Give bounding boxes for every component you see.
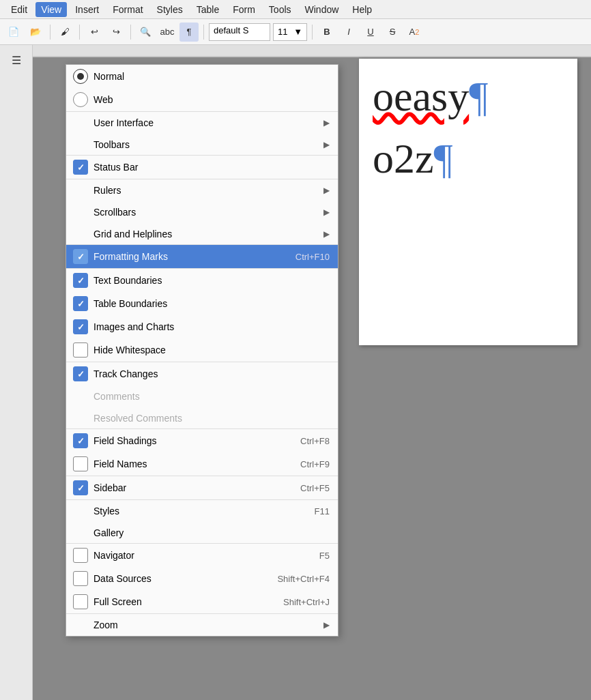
menu-item-zoom[interactable]: Zoom ▶ <box>66 614 338 636</box>
formatting-marks-button[interactable]: ¶ <box>179 23 199 42</box>
sidebar-shortcut: Ctrl+F5 <box>300 483 330 493</box>
menu-item-full-screen[interactable]: Full Screen Shift+Ctrl+J <box>66 590 338 614</box>
user-interface-arrow: ▶ <box>323 118 330 128</box>
scrollbars-arrow: ▶ <box>323 207 330 217</box>
menu-item-rulers[interactable]: Rulers ▶ <box>66 179 338 201</box>
menu-window[interactable]: Window <box>300 2 345 17</box>
navigator-check <box>73 548 88 563</box>
undo-button[interactable]: ↩ <box>85 23 104 42</box>
zoom-label: Zoom <box>93 619 321 630</box>
spellcheck-button[interactable]: abc <box>158 23 177 42</box>
toolbar-separator-2 <box>79 25 80 40</box>
menu-item-user-interface[interactable]: User Interface ▶ <box>66 112 338 134</box>
menu-item-text-boundaries[interactable]: Text Boundaries <box>66 269 338 292</box>
menu-edit[interactable]: Edit <box>5 2 33 17</box>
table-boundaries-check <box>73 296 88 311</box>
menu-item-sidebar[interactable]: Sidebar Ctrl+F5 <box>66 476 338 500</box>
menu-item-hide-whitespace[interactable]: Hide Whitespace <box>66 338 338 362</box>
menu-tools[interactable]: Tools <box>263 2 297 17</box>
field-names-shortcut: Ctrl+F9 <box>300 459 330 469</box>
menu-item-grid-helplines[interactable]: Grid and Helplines ▶ <box>66 223 338 245</box>
rulers-label: Rulers <box>93 185 321 196</box>
field-names-check <box>73 456 88 471</box>
find-button[interactable]: 🔍 <box>136 23 155 42</box>
bold-button[interactable]: B <box>317 23 336 42</box>
doc-line-2: o2z¶ <box>373 134 564 183</box>
menu-item-images-charts[interactable]: Images and Charts <box>66 315 338 338</box>
main-area: ☰ oeasy¶ o2z¶ Normal <box>0 45 591 700</box>
field-shadings-check <box>73 433 88 448</box>
redo-button[interactable]: ↪ <box>106 23 126 42</box>
gallery-label: Gallery <box>93 527 330 538</box>
formatting-marks-label: Formatting Marks <box>93 251 290 262</box>
pilcrow-2: ¶ <box>434 134 453 183</box>
web-label: Web <box>93 94 330 105</box>
paint-button[interactable]: 🖌 <box>55 23 74 42</box>
grid-helplines-label: Grid and Helplines <box>93 229 321 239</box>
menu-item-status-bar[interactable]: Status Bar <box>66 156 338 179</box>
toolbars-arrow: ▶ <box>323 140 330 149</box>
menu-item-normal[interactable]: Normal <box>66 65 338 88</box>
formatting-marks-shortcut: Ctrl+F10 <box>296 252 330 262</box>
ruler-svg <box>33 45 591 57</box>
new-button[interactable]: 📄 <box>4 23 23 42</box>
document-page: oeasy¶ o2z¶ <box>359 59 577 345</box>
full-screen-label: Full Screen <box>93 596 278 607</box>
scrollbars-label: Scrollbars <box>93 207 321 218</box>
menu-form[interactable]: Form <box>227 2 261 17</box>
font-size-input[interactable]: 11 ▼ <box>273 23 307 41</box>
menu-item-web[interactable]: Web <box>66 88 338 112</box>
font-name-input[interactable]: default S <box>209 23 270 41</box>
grid-helplines-arrow: ▶ <box>323 229 330 239</box>
text-boundaries-label: Text Boundaries <box>93 275 330 286</box>
strikethrough-button[interactable]: S <box>383 23 402 42</box>
menu-item-gallery[interactable]: Gallery <box>66 522 338 544</box>
ruler <box>33 45 591 57</box>
view-dropdown-menu: Normal Web User Interface ▶ Toolbars ▶ <box>66 64 338 637</box>
navigator-shortcut: F5 <box>319 551 330 561</box>
normal-radio <box>73 69 88 84</box>
font-size-dropdown-icon[interactable]: ▼ <box>293 27 302 37</box>
user-interface-label: User Interface <box>93 117 321 128</box>
menu-item-toolbars[interactable]: Toolbars ▶ <box>66 134 338 156</box>
menu-insert[interactable]: Insert <box>70 2 104 17</box>
styles-label: Styles <box>93 506 309 516</box>
field-shadings-shortcut: Ctrl+F8 <box>300 436 330 446</box>
menu-item-formatting-marks[interactable]: Formatting Marks Ctrl+F10 <box>66 245 338 269</box>
menu-help[interactable]: Help <box>347 2 377 17</box>
track-changes-check <box>73 366 88 381</box>
menu-item-scrollbars[interactable]: Scrollbars ▶ <box>66 201 338 223</box>
menu-item-field-shadings[interactable]: Field Shadings Ctrl+F8 <box>66 429 338 452</box>
open-button[interactable]: 📂 <box>26 23 45 42</box>
italic-button[interactable]: I <box>339 23 358 42</box>
superscript-button[interactable]: A2 <box>405 23 424 42</box>
doc-word-1: oeasy <box>373 72 469 121</box>
left-panel: ☰ <box>0 45 33 700</box>
data-sources-shortcut: Shift+Ctrl+F4 <box>277 574 330 584</box>
status-bar-label: Status Bar <box>93 162 330 173</box>
menu-item-data-sources[interactable]: Data Sources Shift+Ctrl+F4 <box>66 567 338 590</box>
toolbar-separator-5 <box>312 25 313 40</box>
underline-button[interactable]: U <box>361 23 380 42</box>
toolbar-separator-1 <box>50 25 51 40</box>
sidebar-toggle[interactable]: ☰ <box>7 50 26 70</box>
svg-rect-0 <box>33 45 591 57</box>
menu-item-track-changes[interactable]: Track Changes <box>66 362 338 385</box>
data-sources-check <box>73 571 88 586</box>
menu-item-table-boundaries[interactable]: Table Boundaries <box>66 292 338 315</box>
hide-whitespace-label: Hide Whitespace <box>93 345 330 355</box>
sidebar-check <box>73 480 88 495</box>
images-charts-label: Images and Charts <box>93 321 330 332</box>
menu-styles[interactable]: Styles <box>152 2 188 17</box>
menu-item-resolved-comments: Resolved Comments <box>66 407 338 429</box>
zoom-arrow: ▶ <box>323 620 330 630</box>
text-boundaries-check <box>73 273 88 288</box>
menu-item-field-names[interactable]: Field Names Ctrl+F9 <box>66 452 338 476</box>
menu-format[interactable]: Format <box>107 2 148 17</box>
menu-table[interactable]: Table <box>191 2 225 17</box>
menu-item-navigator[interactable]: Navigator F5 <box>66 544 338 567</box>
menu-view[interactable]: View <box>35 2 67 17</box>
toolbars-label: Toolbars <box>93 139 321 150</box>
menu-item-styles[interactable]: Styles F11 <box>66 500 338 522</box>
styles-shortcut: F11 <box>315 506 330 516</box>
